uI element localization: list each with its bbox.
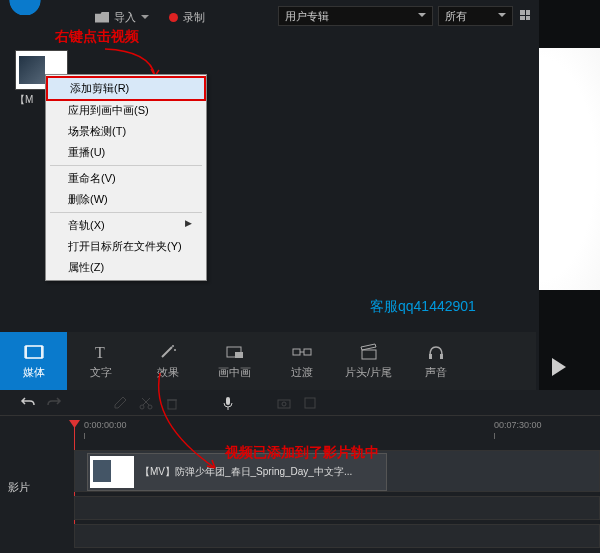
annotation-added: 视频已添加到了影片轨中 [225,444,379,462]
menu-delete[interactable]: 删除(W) [46,189,206,210]
record-label[interactable]: 录制 [183,10,205,25]
menu-add-clip[interactable]: 添加剪辑(R) [46,76,206,101]
import-dropdown-arrow[interactable] [141,15,149,19]
grid-view-icon[interactable] [520,10,530,20]
expand-icon[interactable] [302,395,318,411]
record-icon [169,13,178,22]
headphone-icon [426,343,446,361]
svg-rect-2 [41,346,44,358]
svg-point-6 [174,349,176,351]
svg-line-4 [162,347,172,357]
menu-rename[interactable]: 重命名(V) [46,168,206,189]
watermark-text: 客服qq41442901 [370,298,476,316]
media-toolbar: 导入 录制 [95,7,205,27]
app-logo-partial [0,0,60,15]
media-icon [24,343,44,361]
menu-separator [50,165,202,166]
menu-replay[interactable]: 重播(U) [46,142,206,163]
svg-rect-12 [429,354,432,359]
menu-audio-track[interactable]: 音轨(X)▶ [46,215,206,236]
track-label-video: 影片 [8,480,30,495]
camera-icon[interactable] [276,395,292,411]
clapper-icon [359,343,379,361]
svg-rect-13 [440,354,443,359]
thumbnail-label: 【M [15,93,33,107]
import-label[interactable]: 导入 [114,10,136,25]
svg-rect-21 [278,400,290,408]
undo-icon[interactable] [20,395,36,411]
menu-open-folder[interactable]: 打开目标所在文件夹(Y) [46,236,206,257]
timeline-panel: 0:00:00:00 00:07:30:00 影片 【MV】防弹少年团_春日_S… [0,390,600,553]
svg-rect-23 [305,398,315,408]
chevron-down-icon [418,13,426,17]
menu-apply-pip[interactable]: 应用到画中画(S) [46,100,206,121]
menu-properties[interactable]: 属性(Z) [46,257,206,278]
svg-text:T: T [95,344,105,361]
track-row[interactable] [74,496,600,520]
menu-separator [50,212,202,213]
edit-icon[interactable] [112,395,128,411]
annotation-right-click: 右键点击视频 [55,28,139,46]
tab-media[interactable]: 媒体 [0,332,67,390]
text-icon: T [91,343,111,361]
context-menu: 添加剪辑(R) 应用到画中画(S) 场景检测(T) 重播(U) 重命名(V) 删… [45,74,207,281]
svg-rect-10 [304,349,311,355]
wand-icon [158,343,178,361]
tabs-bar: 媒体 T 文字 效果 画中画 过渡 片头/片尾 声音 [0,332,536,390]
menu-scene-detect[interactable]: 场景检测(T) [46,121,206,142]
svg-rect-0 [26,346,42,358]
tab-transition[interactable]: 过渡 [268,332,335,390]
play-button[interactable] [552,358,566,376]
chevron-down-icon [498,13,506,17]
svg-rect-11 [362,350,376,359]
track-row[interactable] [74,524,600,548]
svg-point-5 [172,345,174,347]
timeline-toolbar [0,390,600,416]
folder-icon [95,12,109,23]
svg-point-22 [282,402,286,406]
clip-thumbnail [90,456,134,488]
collection-select[interactable]: 用户专辑 [278,6,433,26]
tab-sound[interactable]: 声音 [402,332,469,390]
svg-rect-1 [24,346,27,358]
tab-text[interactable]: T 文字 [67,332,134,390]
svg-rect-9 [293,349,300,355]
pip-icon [225,343,245,361]
transition-icon [292,343,312,361]
svg-rect-8 [235,352,243,358]
preview-content [539,48,600,290]
tab-intro[interactable]: 片头/片尾 [335,332,402,390]
submenu-arrow-icon: ▶ [185,218,192,228]
redo-icon[interactable] [46,395,62,411]
